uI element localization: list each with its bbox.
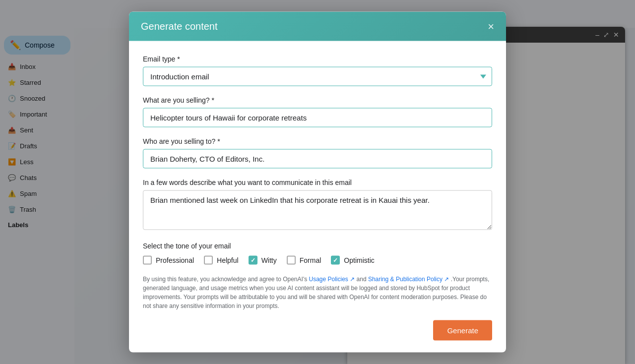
communicate-group: In a few words describe what you want to… (143, 179, 492, 232)
who-selling-label: Who are you selling to? * (143, 137, 492, 145)
modal-footer: Generate (143, 320, 492, 341)
email-type-label: Email type * (143, 55, 492, 63)
professional-label: Professional (156, 256, 194, 264)
what-selling-input[interactable] (143, 108, 492, 127)
disclaimer-text-2: and (355, 276, 368, 283)
email-type-select[interactable]: Introduction email Follow-up email Promo… (143, 67, 492, 86)
sharing-policy-link[interactable]: Sharing & Publication Policy ↗ (368, 276, 449, 283)
usage-policies-link[interactable]: Usage Policies ↗ (309, 276, 355, 283)
tone-option-witty[interactable]: Witty (249, 256, 277, 265)
who-selling-input[interactable] (143, 149, 492, 169)
tone-options-container: Professional Helpful Witty Formal (143, 256, 492, 265)
communicate-label: In a few words describe what you want to… (143, 179, 492, 186)
communicate-textarea[interactable] (143, 190, 492, 230)
formal-checkbox[interactable] (287, 256, 296, 265)
helpful-label: Helpful (217, 256, 239, 264)
disclaimer-text-1: By using this feature, you acknowledge a… (143, 276, 309, 283)
optimistic-checkbox[interactable] (331, 256, 340, 265)
modal-header: Generate content × (129, 12, 506, 41)
who-selling-group: Who are you selling to? * (143, 137, 492, 169)
tone-option-formal[interactable]: Formal (287, 256, 321, 265)
tone-label: Select the tone of your email (143, 242, 492, 250)
tone-option-professional[interactable]: Professional (143, 256, 194, 265)
optimistic-label: Optimistic (344, 256, 374, 264)
generate-content-modal: Generate content × Email type * Introduc… (129, 12, 506, 353)
email-type-group: Email type * Introduction email Follow-u… (143, 55, 492, 86)
witty-checkbox[interactable] (249, 256, 257, 265)
modal-title: Generate content (141, 21, 218, 32)
tone-option-optimistic[interactable]: Optimistic (331, 256, 374, 265)
helpful-checkbox[interactable] (204, 256, 213, 265)
what-selling-label: What are you selling? * (143, 96, 492, 104)
modal-body: Email type * Introduction email Follow-u… (129, 41, 506, 353)
formal-label: Formal (300, 256, 321, 264)
modal-close-button[interactable]: × (488, 21, 494, 32)
tone-option-helpful[interactable]: Helpful (204, 256, 239, 265)
disclaimer-text: By using this feature, you acknowledge a… (143, 275, 492, 310)
witty-label: Witty (261, 256, 277, 264)
professional-checkbox[interactable] (143, 256, 152, 265)
email-type-select-wrapper: Introduction email Follow-up email Promo… (143, 67, 492, 86)
generate-button[interactable]: Generate (433, 320, 492, 341)
tone-group: Select the tone of your email Profession… (143, 242, 492, 265)
what-selling-group: What are you selling? * (143, 96, 492, 127)
